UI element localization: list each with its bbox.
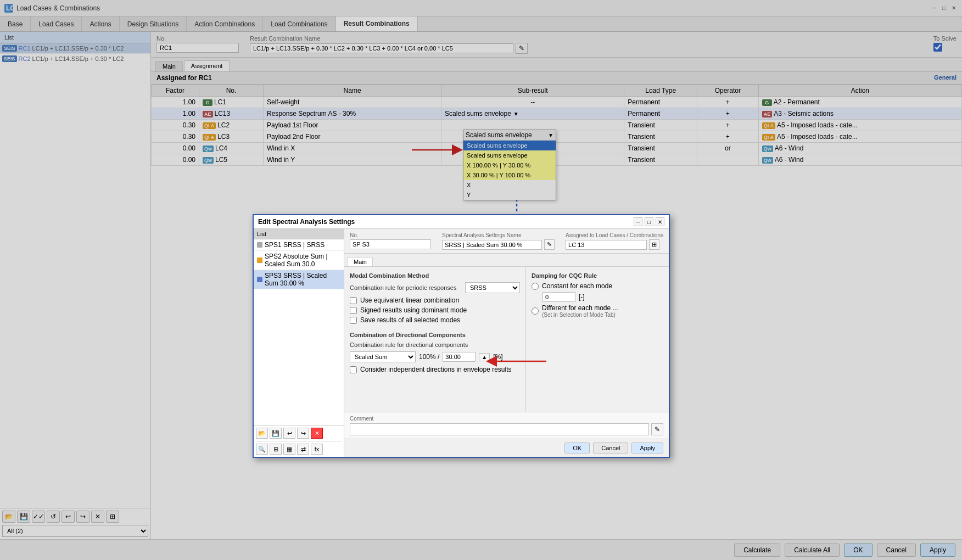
- modal-list-header: List: [254, 229, 344, 239]
- modal-title-text: Edit Spectral Analysis Settings: [258, 218, 355, 226]
- modal-toolbar-row1: 📂 💾 ↩ ↪ ✕: [256, 428, 342, 439]
- modal-assigned-input[interactable]: [566, 240, 647, 250]
- different-mode-radio[interactable]: [532, 307, 539, 315]
- modal-assigned-field: Assigned to Load Cases / Combinations ⊞: [566, 232, 663, 250]
- modal-name-input[interactable]: [442, 240, 542, 250]
- use-equivalent-label: Use equivalent linear combination: [360, 296, 459, 304]
- constant-mode-radio[interactable]: [532, 283, 539, 290]
- combination-rule-label: Combination rule for periodic responses: [350, 284, 462, 291]
- modal-sub-tab-bar: Main: [344, 254, 669, 267]
- modal-comment-area: Comment ✎: [344, 412, 669, 439]
- modal-apply-btn[interactable]: Apply: [631, 443, 663, 453]
- constant-value-input[interactable]: [542, 292, 575, 302]
- modal-left-panel: List SPS1 SRSS | SRSS SPS2 Absolute Sum …: [254, 229, 344, 457]
- modal-maximize[interactable]: □: [645, 217, 653, 226]
- modal-name-field: Spectral Analysis Settings Name ✎: [442, 232, 555, 250]
- directional-rule-label: Combination rule for directional compone…: [350, 341, 520, 348]
- modal-cancel-btn[interactable]: Cancel: [593, 443, 628, 453]
- save-results-label: Save results of all selected modes: [360, 316, 460, 324]
- directional-title: Combination of Directional Components: [350, 332, 520, 338]
- save-results-checkbox[interactable]: [350, 317, 357, 324]
- comment-label: Comment: [350, 416, 663, 422]
- modal-body: List SPS1 SRSS | SRSS SPS2 Absolute Sum …: [254, 229, 669, 457]
- modal-toolbar-row2: 🔍 ⊞ ▦ ⇄ fx: [256, 441, 342, 455]
- modal-dialog: Edit Spectral Analysis Settings ─ □ ✕ Li…: [253, 214, 670, 458]
- modal-combination-title: Modal Combination Method: [350, 272, 520, 279]
- modal-ok-btn[interactable]: OK: [564, 443, 590, 453]
- percent-100-label: 100% /: [419, 353, 439, 361]
- modal-search-btn[interactable]: 🔍: [256, 444, 268, 455]
- modal-list-item-sps3[interactable]: SPS3 SRSS | Scaled Sum 30.00 %: [254, 270, 344, 289]
- damping-title: Damping for CQC Rule: [532, 272, 663, 279]
- directional-rule-select[interactable]: Scaled Sum: [350, 351, 416, 362]
- sps3-color: [257, 277, 262, 282]
- use-equivalent-checkbox[interactable]: [350, 297, 357, 304]
- modal-redo-btn[interactable]: ↪: [297, 428, 309, 439]
- constant-mode-label: Constant for each mode: [542, 282, 612, 290]
- modal-no-field: No.: [350, 232, 431, 249]
- modal-undo-btn[interactable]: ↩: [283, 428, 295, 439]
- modal-fx-btn[interactable]: fx: [311, 444, 323, 455]
- modal-open-btn[interactable]: 📂: [256, 428, 268, 439]
- signed-results-label: Signed results using dominant mode: [360, 306, 467, 314]
- modal-no-input[interactable]: [350, 239, 431, 249]
- modal-combination-section: Modal Combination Method Combination rul…: [344, 267, 526, 412]
- different-mode-text: Different for each mode ... (Set in Sele…: [542, 304, 618, 318]
- red-arrow-modal-annotation: [483, 353, 549, 371]
- sps2-color: [257, 257, 262, 263]
- sps1-text: SPS1 SRSS | SRSS: [265, 241, 325, 249]
- percent-30-input[interactable]: [443, 352, 476, 362]
- modal-list-item-sps1[interactable]: SPS1 SRSS | SRSS: [254, 239, 344, 251]
- modal-edit-btn[interactable]: ✎: [544, 239, 555, 250]
- combination-rule-select[interactable]: SRSS: [465, 282, 520, 293]
- modal-assigned-edit-btn[interactable]: ⊞: [649, 239, 659, 250]
- consider-independent-checkbox[interactable]: [350, 366, 357, 373]
- modal-no-label: No.: [350, 232, 431, 238]
- modal-assigned-label: Assigned to Load Cases / Combinations: [566, 232, 663, 238]
- modal-left-toolbar: 📂 💾 ↩ ↪ ✕ 🔍 ⊞ ▦ ⇄ fx: [254, 425, 344, 457]
- different-mode-label: Different for each mode ...: [542, 304, 618, 312]
- modal-tab-main[interactable]: Main: [348, 257, 373, 266]
- constant-unit: [‐]: [579, 293, 585, 301]
- modal-damping-section: Damping for CQC Rule Constant for each m…: [526, 267, 669, 412]
- different-mode-sub: (Set in Selection of Mode Tab): [542, 312, 618, 318]
- comment-edit-btn[interactable]: ✎: [651, 423, 663, 435]
- use-equivalent-row: Use equivalent linear combination: [350, 296, 520, 304]
- sps3-text: SPS3 SRSS | Scaled Sum 30.00 %: [265, 272, 340, 287]
- signed-results-checkbox[interactable]: [350, 307, 357, 314]
- save-results-row: Save results of all selected modes: [350, 316, 520, 324]
- sps1-color: [257, 242, 262, 248]
- modal-right-panel: No. Spectral Analysis Settings Name ✎ As…: [344, 229, 669, 457]
- modal-list-item-sps2[interactable]: SPS2 Absolute Sum | Scaled Sum 30.0: [254, 251, 344, 270]
- constant-mode-row: Constant for each mode: [532, 282, 663, 290]
- modal-delete-btn[interactable]: ✕: [311, 428, 323, 439]
- modal-grid-btn[interactable]: ⊞: [270, 444, 282, 455]
- modal-close[interactable]: ✕: [656, 217, 664, 226]
- sps2-text: SPS2 Absolute Sum | Scaled Sum 30.0: [265, 253, 340, 268]
- modal-table-btn[interactable]: ▦: [283, 444, 295, 455]
- modal-minimize[interactable]: ─: [634, 217, 642, 226]
- modal-exchange-btn[interactable]: ⇄: [297, 444, 309, 455]
- modal-controls: ─ □ ✕: [634, 217, 664, 226]
- different-mode-row: Different for each mode ... (Set in Sele…: [532, 304, 663, 318]
- constant-value-row: [‐]: [542, 292, 663, 302]
- modal-title-bar: Edit Spectral Analysis Settings ─ □ ✕: [254, 215, 669, 229]
- modal-footer: OK Cancel Apply: [344, 439, 669, 457]
- modal-main-content: Modal Combination Method Combination rul…: [344, 267, 669, 412]
- comment-input[interactable]: [350, 423, 649, 435]
- combination-rule-row: Combination rule for periodic responses …: [350, 282, 520, 293]
- signed-results-row: Signed results using dominant mode: [350, 306, 520, 314]
- modal-header-row: No. Spectral Analysis Settings Name ✎ As…: [344, 229, 669, 254]
- modal-save-btn[interactable]: 💾: [270, 428, 282, 439]
- modal-name-label: Spectral Analysis Settings Name: [442, 232, 555, 238]
- directional-rule-row: Combination rule for directional compone…: [350, 341, 520, 348]
